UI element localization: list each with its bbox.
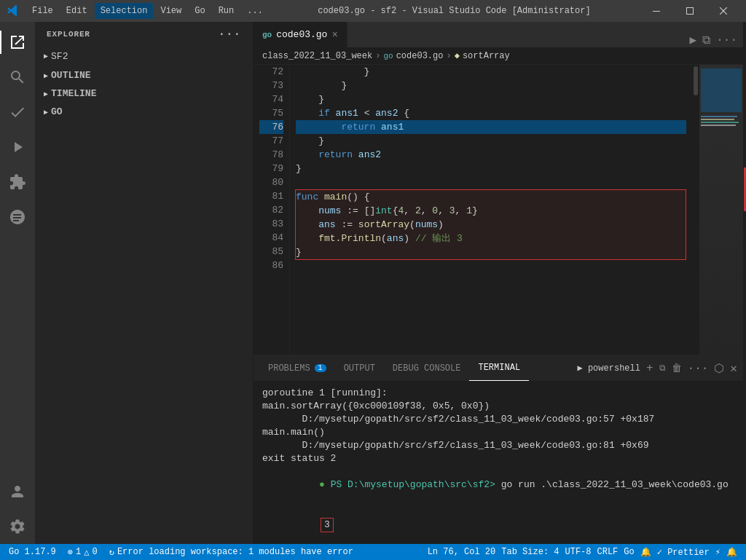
status-remote[interactable]: ⚡: [712, 547, 723, 558]
sidebar-item-go[interactable]: ▶ GO: [35, 100, 253, 119]
minimap[interactable]: [699, 65, 743, 355]
notif-icon: 🔔: [726, 547, 737, 558]
menu-view[interactable]: View: [154, 3, 187, 19]
breadcrumb-go-icon2: go: [383, 52, 393, 60]
sf2-label: SF2: [51, 51, 68, 62]
breadcrumb-function[interactable]: sortArray: [463, 51, 510, 61]
menu-edit[interactable]: Edit: [60, 3, 93, 19]
status-bar: Go 1.17.9 ⊗ 1 △ 0 ↻ Error loading worksp…: [0, 544, 746, 560]
code-and-minimap: 72 73 74 75 76 77 78 79 80 81 82 83 84 8…: [254, 65, 743, 355]
panel-tab-output[interactable]: OUTPUT: [335, 355, 384, 381]
status-sync[interactable]: ↻ Error loading workspace: 1 modules hav…: [106, 547, 354, 558]
remote-icon: ⚡: [715, 547, 721, 558]
maximize-panel-btn[interactable]: ⬡: [714, 361, 724, 376]
svg-rect-0: [653, 11, 660, 12]
more-actions-btn[interactable]: ···: [716, 33, 737, 47]
problems-badge: 1: [315, 364, 326, 372]
menu-file[interactable]: File: [26, 3, 59, 19]
code-lines[interactable]: } } } if ans1 < ans2 {: [290, 65, 692, 355]
status-go-version[interactable]: Go 1.17.9: [6, 547, 59, 557]
status-tab-size[interactable]: Tab Size: 4: [498, 547, 562, 558]
window-close[interactable]: [707, 0, 740, 22]
window-maximize[interactable]: [673, 0, 707, 22]
code-line-72: }: [296, 65, 686, 79]
activity-run-debug[interactable]: [0, 130, 35, 165]
panel-tab-bar: PROBLEMS 1 OUTPUT DEBUG CONSOLE TERMINAL…: [254, 355, 743, 381]
sidebar-more-btn[interactable]: ···: [219, 28, 241, 41]
kill-terminal-btn[interactable]: 🗑: [672, 363, 682, 374]
status-lang[interactable]: Go: [621, 547, 637, 558]
menu-go[interactable]: Go: [189, 3, 211, 19]
split-editor-btn[interactable]: ⧉: [702, 33, 710, 47]
output-label: OUTPUT: [344, 363, 375, 374]
code-line-76: return ans1: [296, 120, 686, 134]
bottom-panel: PROBLEMS 1 OUTPUT DEBUG CONSOLE TERMINAL…: [254, 355, 743, 544]
panel-actions: ▶ powershell + ⧉ 🗑 ··· ⬡ ✕: [577, 361, 737, 376]
dot-green: ●: [319, 479, 331, 490]
add-terminal-btn[interactable]: +: [646, 362, 653, 375]
menu-more[interactable]: ...: [241, 3, 269, 19]
outline-arrow: ▶: [44, 71, 48, 80]
window-minimize[interactable]: [640, 0, 673, 22]
menu-selection[interactable]: Selection: [95, 3, 154, 19]
terminal-line-3: D:/mysetup/gopath/src/sf2/class_11_03_we…: [262, 413, 734, 426]
activity-source-control[interactable]: [0, 95, 35, 130]
activity-test[interactable]: [0, 200, 35, 234]
warning-count: 0: [92, 547, 97, 557]
panel-tab-debug[interactable]: DEBUG CONSOLE: [384, 355, 470, 381]
editor-scrollbar[interactable]: [692, 65, 699, 355]
status-encoding[interactable]: UTF-8: [562, 547, 594, 558]
breadcrumb-folder[interactable]: class_2022_11_03_week: [262, 51, 372, 61]
editor-content[interactable]: 72 73 74 75 76 77 78 79 80 81 82 83 84 8…: [254, 65, 692, 355]
activity-settings[interactable]: [0, 509, 35, 544]
code-line-77: }: [296, 134, 686, 148]
status-prettier[interactable]: ✓ Prettier: [654, 547, 712, 558]
code-line-81: func main() {: [296, 190, 686, 204]
right-accent: [743, 22, 746, 544]
svg-rect-1: [687, 8, 694, 15]
cursor-pos-text: Ln 76, Col 20: [428, 547, 496, 557]
sidebar-sections: ▶ SF2 ▶ OUTLINE ▶ TIMELINE ▶ GO: [35, 47, 253, 120]
breadcrumb-sep1: ›: [375, 51, 380, 61]
panel-tab-problems[interactable]: PROBLEMS 1: [259, 355, 335, 381]
activity-extensions[interactable]: [0, 165, 35, 200]
sidebar-item-outline[interactable]: ▶ OUTLINE: [35, 64, 253, 82]
tab-close-btn[interactable]: ×: [331, 29, 337, 41]
status-notif[interactable]: 🔔: [723, 547, 740, 558]
timeline-label: TIMELINE: [51, 88, 96, 99]
activity-explorer[interactable]: [0, 25, 35, 60]
split-terminal-btn[interactable]: ⧉: [659, 363, 666, 374]
code-line-83: ans := sortArray(nums): [296, 218, 686, 232]
menu-run[interactable]: Run: [213, 3, 240, 19]
tab-go-icon: go: [262, 31, 272, 39]
sidebar-item-sf2[interactable]: ▶ SF2: [35, 48, 253, 64]
status-errors[interactable]: ⊗ 1 △ 0: [65, 547, 101, 558]
activity-search[interactable]: [0, 60, 35, 95]
status-bell[interactable]: 🔔: [637, 547, 654, 558]
breadcrumb-file[interactable]: code03.go: [396, 51, 444, 61]
code-line-84: fmt.Println(ans) // 输出 3: [296, 232, 686, 245]
menu-bar: File Edit Selection View Go Run ...: [26, 3, 269, 19]
more-panel-btn[interactable]: ···: [688, 362, 709, 375]
status-cursor-pos[interactable]: Ln 76, Col 20: [425, 547, 499, 558]
status-eol[interactable]: CRLF: [594, 547, 621, 558]
editor-tab-code03[interactable]: go code03.go ×: [254, 22, 348, 47]
timeline-arrow: ▶: [44, 90, 48, 98]
run-btn[interactable]: ▶: [690, 33, 697, 47]
code-line-85: }: [296, 245, 686, 259]
terminal-shell-name: ▶ powershell: [577, 363, 640, 374]
scrollbar-thumb[interactable]: [694, 66, 698, 95]
code-line-78: return ans2: [296, 148, 686, 162]
go-arrow: ▶: [44, 108, 48, 117]
sidebar-item-timeline[interactable]: ▶ TIMELINE: [35, 82, 253, 100]
panel-tab-terminal[interactable]: TERMINAL: [469, 355, 529, 381]
code-line-86: [296, 260, 686, 274]
activity-account[interactable]: [0, 474, 35, 509]
main-container: Explorer ··· ▶ SF2 ▶ OUTLINE ▶ TIMELINE …: [0, 22, 746, 544]
sidebar-header: Explorer ···: [35, 22, 253, 47]
terminal-line-2: main.sortArray({0xc000109f38, 0x5, 0x0}): [262, 400, 734, 413]
close-panel-btn[interactable]: ✕: [730, 361, 737, 376]
terminal-content[interactable]: goroutine 1 [running]: main.sortArray({0…: [254, 381, 743, 544]
window-controls: [640, 0, 740, 22]
error-count: 1: [76, 547, 81, 557]
